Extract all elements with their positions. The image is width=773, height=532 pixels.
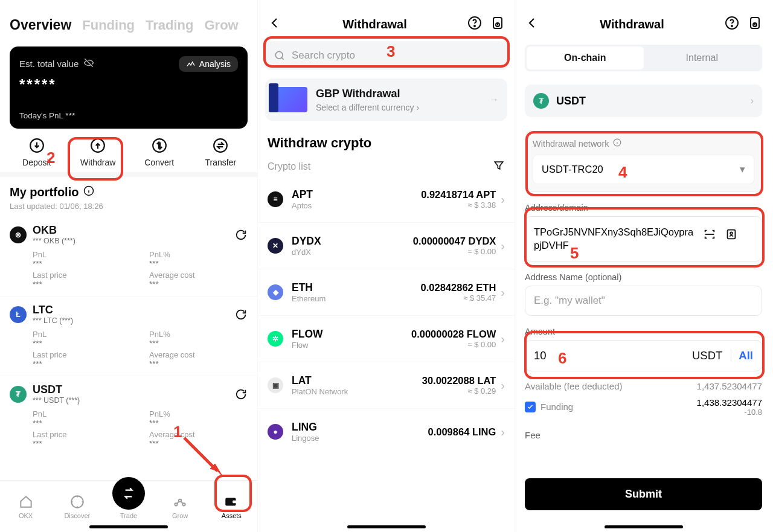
back-button[interactable] bbox=[268, 16, 282, 33]
help-icon[interactable] bbox=[467, 16, 482, 33]
tab-discover[interactable]: Discover bbox=[53, 494, 101, 519]
asset-row[interactable]: ⊗ OKB *** OKB (***) PnL*** PnL%*** Last … bbox=[0, 217, 257, 296]
tab-okx[interactable]: OKX bbox=[2, 494, 50, 519]
last-updated: Last updated: 01/06, 18:26 bbox=[0, 199, 257, 217]
svg-point-15 bbox=[275, 51, 283, 59]
withdrawal-mode-segment[interactable]: On-chain Internal bbox=[525, 45, 762, 71]
asset-subtitle: *** USDT (***) bbox=[33, 396, 80, 405]
crypto-row[interactable]: ◆ ETH Ethereum 0.02842862 ETH ≈ $ 35.47 … bbox=[258, 269, 515, 315]
arrow-right-icon: → bbox=[489, 94, 499, 105]
lastprice-value: *** bbox=[33, 359, 131, 368]
tab-assets[interactable]: Assets bbox=[207, 494, 255, 519]
tab-trade[interactable]: Trade bbox=[104, 494, 153, 519]
network-select[interactable]: USDT-TRC20 ▾ bbox=[533, 155, 754, 184]
tab-grow[interactable]: Grow bbox=[205, 18, 239, 33]
coin-name-block: DYDX dYdX bbox=[292, 235, 321, 257]
amount-all-button[interactable]: All bbox=[739, 349, 753, 362]
asset-subtitle: *** OKB (***) bbox=[33, 237, 75, 245]
crypto-row[interactable]: ● LING Lingose 0.009864 LING › bbox=[258, 408, 515, 455]
my-portfolio-title: My portfolio bbox=[10, 185, 79, 199]
withdrawal-form-header: Withdrawal bbox=[515, 0, 772, 36]
svg-point-5 bbox=[71, 496, 83, 508]
amount-value: 10 bbox=[534, 349, 692, 362]
crypto-list[interactable]: ≡ APT Aptos 0.92418714 APT ≈ $ 3.38 › ✕ … bbox=[258, 176, 515, 455]
back-button[interactable] bbox=[525, 16, 539, 33]
withdraw-button[interactable]: Withdraw bbox=[69, 137, 127, 167]
coin-usd: ≈ $ 3.38 bbox=[421, 200, 496, 210]
search-crypto[interactable]: Search crypto bbox=[265, 41, 507, 70]
visibility-icon[interactable] bbox=[83, 57, 94, 70]
avgcost-value: *** bbox=[149, 439, 248, 448]
svg-point-3 bbox=[214, 139, 227, 152]
amount-input[interactable]: 10 USDT All bbox=[525, 340, 762, 371]
transfer-button[interactable]: Transfer bbox=[191, 137, 249, 167]
usdt-icon: ₮ bbox=[533, 93, 549, 109]
masked-balance: ***** bbox=[19, 76, 238, 93]
crypto-row[interactable]: ▣ LAT PlatON Network 30.0022088 LAT ≈ $ … bbox=[258, 362, 515, 408]
refresh-icon[interactable] bbox=[234, 388, 248, 401]
history-icon[interactable] bbox=[748, 16, 762, 33]
history-icon[interactable] bbox=[490, 16, 505, 33]
asset-list[interactable]: ⊗ OKB *** OKB (***) PnL*** PnL%*** Last … bbox=[0, 217, 257, 455]
quick-actions: Deposit Withdraw Convert Transfer bbox=[6, 137, 251, 167]
info-icon[interactable] bbox=[83, 185, 94, 199]
seg-internal[interactable]: Internal bbox=[644, 46, 761, 69]
tab-trade-label: Trade bbox=[120, 512, 137, 519]
seg-onchain[interactable]: On-chain bbox=[527, 46, 644, 69]
convert-label: Convert bbox=[144, 158, 174, 167]
lastprice-label: Last price bbox=[33, 430, 131, 439]
crypto-row[interactable]: ✕ DYDX dYdX 0.00000047 DYDX ≈ $ 0.00 › bbox=[258, 222, 515, 269]
coin-usd: ≈ $ 0.00 bbox=[413, 247, 496, 256]
pnl-value: *** bbox=[33, 339, 131, 348]
coin-usd: ≈ $ 35.47 bbox=[421, 293, 496, 303]
pnl-value: *** bbox=[33, 259, 131, 268]
withdrawal-title: Withdrawal bbox=[600, 18, 664, 31]
analysis-button[interactable]: Analysis bbox=[179, 56, 238, 72]
token-selector[interactable]: ₮ USDT › bbox=[525, 85, 762, 117]
svg-point-12 bbox=[474, 25, 475, 27]
refresh-icon[interactable] bbox=[234, 228, 248, 242]
pnl-label: PnL bbox=[33, 330, 131, 339]
coin-icon: ≡ bbox=[268, 191, 283, 207]
coin-name-block: APT Aptos bbox=[292, 188, 313, 210]
chevron-right-icon: › bbox=[501, 379, 505, 393]
pnlpct-value: *** bbox=[149, 339, 248, 348]
coin-amount: 0.00000047 DYDX bbox=[413, 236, 496, 247]
tab-trading[interactable]: Trading bbox=[146, 18, 193, 33]
checkbox-icon[interactable] bbox=[525, 402, 536, 412]
address-input[interactable]: TPoGrJ5NVNFXny3Sqh8EJiQoyprapjDVHF bbox=[525, 216, 762, 261]
refresh-icon[interactable] bbox=[234, 308, 248, 321]
deposit-button[interactable]: Deposit bbox=[8, 137, 66, 167]
fiat-withdrawal-banner[interactable]: GBP Withdrawal Select a different curren… bbox=[265, 79, 507, 121]
transfer-label: Transfer bbox=[205, 158, 236, 167]
tab-grow2[interactable]: Grow bbox=[156, 494, 204, 519]
help-icon[interactable] bbox=[725, 16, 739, 33]
address-book-icon[interactable] bbox=[725, 228, 738, 243]
scan-icon[interactable] bbox=[703, 228, 716, 243]
crypto-row[interactable]: ✲ FLOW Flow 0.00000028 FLOW ≈ $ 0.00 › bbox=[258, 315, 515, 362]
convert-button[interactable]: Convert bbox=[130, 137, 188, 167]
submit-button[interactable]: Submit bbox=[525, 478, 762, 510]
amount-unit: USDT bbox=[692, 349, 722, 362]
token-name: USDT bbox=[556, 95, 586, 107]
search-icon bbox=[274, 50, 286, 62]
pnl-label: PnL bbox=[33, 409, 131, 418]
filter-icon[interactable] bbox=[493, 159, 505, 174]
tab-funding[interactable]: Funding bbox=[82, 18, 135, 33]
tab-overview[interactable]: Overview bbox=[10, 17, 71, 33]
coin-name: dYdX bbox=[292, 248, 321, 257]
funding-row[interactable]: Funding 1,438.32304477 -10.8 bbox=[525, 397, 762, 417]
pnlpct-value: *** bbox=[149, 259, 248, 268]
crypto-row[interactable]: ≡ APT Aptos 0.92418714 APT ≈ $ 3.38 › bbox=[258, 176, 515, 222]
asset-title: OKB *** OKB (***) bbox=[33, 224, 75, 245]
address-name-label: Address Name (optional) bbox=[525, 272, 762, 282]
pnlpct-label: PnL% bbox=[149, 330, 248, 339]
asset-row[interactable]: ₮ USDT *** USDT (***) PnL*** PnL%*** Las… bbox=[0, 376, 257, 455]
asset-row[interactable]: Ł LTC *** LTC (***) PnL*** PnL%*** Last … bbox=[0, 296, 257, 376]
address-name-input[interactable]: E.g. "my wallet" bbox=[525, 286, 762, 316]
pnlpct-label: PnL% bbox=[149, 250, 248, 259]
info-icon[interactable] bbox=[613, 138, 621, 149]
withdrawal-header: Withdrawal bbox=[258, 0, 515, 36]
today-pnl: Today's PnL *** bbox=[19, 111, 238, 120]
svg-rect-10 bbox=[233, 500, 238, 502]
